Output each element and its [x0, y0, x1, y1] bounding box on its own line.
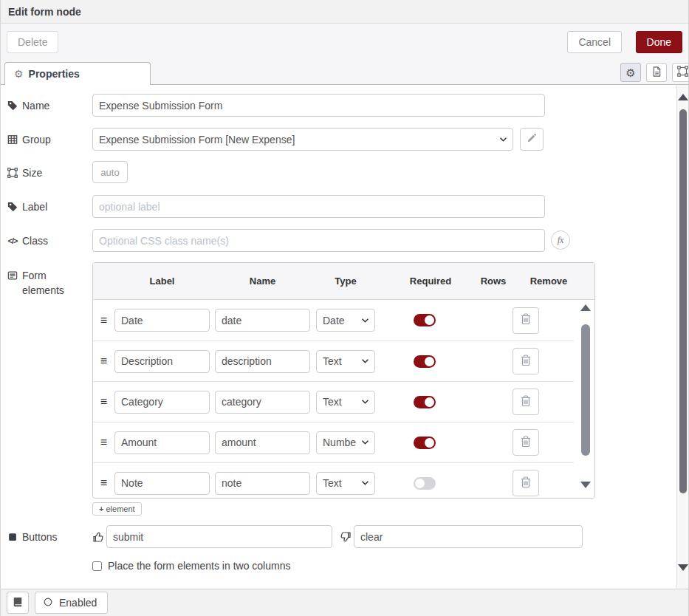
- name-input[interactable]: [92, 94, 545, 117]
- book-icon: [13, 597, 23, 609]
- node-enabled-toggle[interactable]: Enabled: [35, 592, 108, 614]
- two-columns-option-row: Place the form elements in two columns: [92, 560, 676, 572]
- element-name-input[interactable]: [215, 350, 310, 373]
- scroll-down-icon[interactable]: [580, 482, 591, 488]
- pencil-icon: [527, 133, 537, 146]
- tab-properties[interactable]: ⚙ Properties: [4, 62, 151, 85]
- gear-icon: ⚙: [625, 67, 635, 78]
- element-label-input[interactable]: [114, 472, 210, 495]
- element-name-input[interactable]: [215, 431, 310, 454]
- fx-expand-button[interactable]: fx: [551, 230, 570, 250]
- panel-scrollbar[interactable]: [676, 85, 688, 589]
- thumbs-down-icon: [340, 525, 352, 548]
- two-columns-checkbox[interactable]: [92, 561, 102, 571]
- properties-panel-button[interactable]: ⚙: [620, 63, 641, 82]
- required-toggle[interactable]: [414, 477, 436, 490]
- delete-element-button[interactable]: [513, 470, 539, 496]
- element-label-input[interactable]: [114, 431, 210, 454]
- buttons-field-row: Buttons: [7, 525, 676, 548]
- column-header-rows: Rows: [471, 276, 515, 287]
- node-help-button[interactable]: [7, 592, 29, 614]
- scroll-up-icon[interactable]: [580, 304, 591, 311]
- required-toggle[interactable]: [414, 314, 436, 326]
- group-field-row: Group Expense Submission Form [New Expen…: [7, 128, 676, 151]
- description-panel-button[interactable]: [646, 63, 667, 82]
- form-elements-row: Form elements Label Name Type Required R…: [7, 262, 676, 499]
- form-element-row: ≡ Date: [93, 300, 574, 340]
- column-header-remove: Remove: [515, 276, 582, 287]
- form-element-row: ≡ Number: [93, 422, 574, 462]
- form-elements-table-header: Label Name Type Required Rows Remove: [93, 263, 594, 300]
- delete-element-button[interactable]: [513, 348, 539, 374]
- group-select[interactable]: Expense Submission Form [New Expense]: [92, 128, 513, 151]
- drag-handle-icon[interactable]: ≡: [93, 395, 114, 408]
- submit-button-label-input[interactable]: [106, 525, 332, 548]
- element-name-input[interactable]: [215, 309, 310, 332]
- tag-icon: [7, 100, 18, 111]
- scroll-down-icon[interactable]: [678, 564, 688, 571]
- file-icon: [651, 66, 662, 80]
- class-input[interactable]: [92, 229, 545, 252]
- column-header-label: Label: [114, 276, 210, 287]
- edit-group-button[interactable]: [520, 128, 544, 151]
- element-label-input[interactable]: [114, 309, 210, 332]
- trash-icon: [521, 436, 531, 450]
- trash-icon: [521, 395, 531, 409]
- scrollbar-thumb[interactable]: [581, 324, 590, 456]
- done-button[interactable]: Done: [636, 31, 682, 53]
- drag-handle-icon[interactable]: ≡: [93, 436, 114, 449]
- scroll-up-icon[interactable]: [678, 94, 688, 100]
- scrollbar-thumb[interactable]: [679, 109, 687, 493]
- drag-handle-icon[interactable]: ≡: [93, 476, 114, 490]
- tab-properties-label: Properties: [29, 68, 80, 80]
- element-name-input[interactable]: [215, 472, 310, 495]
- object-group-icon: [7, 168, 18, 178]
- size-field-row: Size auto: [7, 161, 676, 184]
- table-scrollbar[interactable]: [580, 300, 592, 498]
- circle-icon: [43, 597, 53, 609]
- group-field-label: Group: [7, 128, 92, 151]
- trash-icon: [521, 476, 531, 490]
- clear-button-label-input[interactable]: [354, 525, 583, 548]
- delete-element-button[interactable]: [513, 307, 539, 334]
- required-toggle[interactable]: [414, 355, 436, 368]
- dialog-titlebar: Edit form node: [1, 0, 688, 24]
- list-icon: [7, 270, 18, 281]
- element-name-input[interactable]: [215, 391, 310, 414]
- buttons-field-label: Buttons: [7, 525, 92, 548]
- name-field-row: Name: [7, 94, 676, 117]
- drag-handle-icon[interactable]: ≡: [93, 314, 114, 327]
- delete-button[interactable]: Delete: [7, 31, 58, 53]
- delete-element-button[interactable]: [513, 429, 539, 456]
- form-element-row: ≡ Text: [93, 381, 574, 422]
- code-icon: </>: [7, 236, 18, 245]
- cancel-button[interactable]: Cancel: [567, 31, 622, 53]
- element-type-select[interactable]: Text: [316, 391, 375, 414]
- size-value-button[interactable]: auto: [92, 161, 128, 183]
- element-type-select[interactable]: Number: [316, 431, 375, 454]
- element-label-input[interactable]: [114, 350, 210, 373]
- label-input[interactable]: [92, 195, 545, 218]
- element-label-input[interactable]: [114, 391, 210, 414]
- table-icon: [7, 134, 18, 145]
- column-header-type: Type: [316, 276, 375, 287]
- two-columns-label: Place the form elements in two columns: [108, 560, 290, 572]
- appearance-panel-button[interactable]: [672, 63, 689, 82]
- form-element-row: ≡ Text: [93, 462, 574, 498]
- class-field-label: </> Class: [7, 229, 92, 252]
- element-type-select[interactable]: Text: [316, 350, 375, 373]
- element-type-select[interactable]: Date: [316, 309, 375, 332]
- dialog-title: Edit form node: [8, 6, 81, 18]
- drag-handle-icon[interactable]: ≡: [93, 355, 114, 368]
- required-toggle[interactable]: [414, 396, 436, 408]
- trash-icon: [521, 355, 531, 369]
- thumbs-up-icon: [92, 525, 104, 548]
- element-type-select[interactable]: Text: [316, 472, 375, 495]
- size-field-label: Size: [7, 161, 92, 184]
- edit-form-node-dialog: Edit form node Delete Cancel Done ⚙ Prop…: [0, 0, 689, 616]
- class-field-row: </> Class fx: [7, 229, 676, 252]
- name-field-label: Name: [7, 94, 92, 117]
- required-toggle[interactable]: [414, 437, 436, 449]
- delete-element-button[interactable]: [513, 389, 539, 415]
- add-element-button[interactable]: + element: [92, 502, 142, 516]
